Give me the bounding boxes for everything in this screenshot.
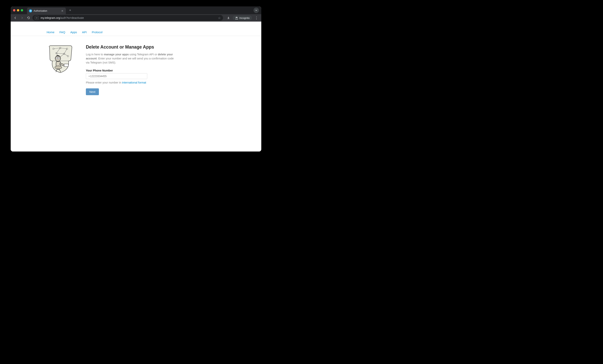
- phone-input[interactable]: [86, 73, 147, 79]
- browser-menu-icon[interactable]: ⋮: [254, 16, 259, 20]
- url-field[interactable]: my.telegram.org/auth?to=deactivate ☆: [33, 15, 223, 21]
- nav-link-protocol[interactable]: Protocol: [92, 31, 102, 34]
- incognito-indicator[interactable]: Incognito: [233, 16, 252, 20]
- url-domain: my.telegram.org: [41, 16, 60, 19]
- svg-point-2: [36, 18, 36, 18]
- nav-link-api[interactable]: API: [82, 31, 87, 34]
- form-area: Delete Account or Manage Apps Log in her…: [86, 45, 175, 95]
- svg-point-13: [58, 57, 60, 59]
- minimize-window-button[interactable]: [17, 9, 19, 11]
- reload-button[interactable]: [26, 15, 31, 21]
- phone-label: Your Phone Number: [86, 69, 175, 72]
- tab-bar: Authorization ✕ +: [11, 6, 261, 14]
- url-text: my.telegram.org/auth?to=deactivate: [41, 16, 216, 19]
- site-info-icon[interactable]: [35, 16, 39, 20]
- page-title: Delete Account or Manage Apps: [86, 45, 175, 50]
- maximize-window-button[interactable]: [21, 9, 23, 11]
- new-tab-button[interactable]: +: [67, 8, 73, 13]
- address-bar: my.telegram.org/auth?to=deactivate ☆ Inc…: [11, 14, 261, 22]
- svg-point-12: [56, 57, 58, 59]
- close-tab-icon[interactable]: ✕: [61, 9, 64, 12]
- svg-rect-3: [36, 18, 37, 19]
- telegram-favicon-icon: [29, 9, 32, 12]
- illustration: [47, 45, 78, 95]
- omnibox[interactable]: [12, 22, 261, 27]
- tab-title: Authorization: [34, 10, 59, 12]
- downloads-icon[interactable]: [226, 15, 231, 21]
- close-window-button[interactable]: [13, 9, 15, 11]
- browser-tab[interactable]: Authorization ✕: [27, 8, 66, 14]
- svg-point-0: [36, 17, 36, 18]
- svg-rect-1: [36, 17, 37, 18]
- svg-point-15: [55, 66, 62, 69]
- tab-search-button[interactable]: [254, 8, 259, 13]
- page-content: Home FAQ Apps API Protocol: [11, 28, 261, 151]
- nav-link-home[interactable]: Home: [47, 31, 54, 34]
- omnibox-row: [11, 22, 261, 28]
- window-controls: [13, 9, 23, 11]
- forward-button[interactable]: [19, 15, 25, 21]
- bookmark-star-icon[interactable]: ☆: [218, 16, 221, 20]
- international-format-link[interactable]: international format: [122, 81, 146, 84]
- url-path: /auth?to=deactivate: [60, 16, 84, 19]
- nav-link-apps[interactable]: Apps: [70, 31, 77, 34]
- phone-help-text: Please enter your number in internationa…: [86, 81, 175, 84]
- svg-rect-14: [64, 64, 68, 67]
- toolbar-right: Incognito ⋮: [226, 15, 259, 21]
- auth-illustration-icon: [47, 45, 74, 74]
- site-nav: Home FAQ Apps API Protocol: [11, 28, 261, 36]
- main-content: Delete Account or Manage Apps Log in her…: [43, 36, 229, 104]
- description-text: Log in here to manage your apps using Te…: [86, 52, 175, 65]
- back-button[interactable]: [13, 15, 18, 21]
- next-button[interactable]: Next: [86, 88, 99, 95]
- browser-window: Authorization ✕ + my.telegram.org/auth?t…: [11, 6, 261, 151]
- nav-link-faq[interactable]: FAQ: [59, 31, 65, 34]
- incognito-label: Incognito: [239, 16, 250, 19]
